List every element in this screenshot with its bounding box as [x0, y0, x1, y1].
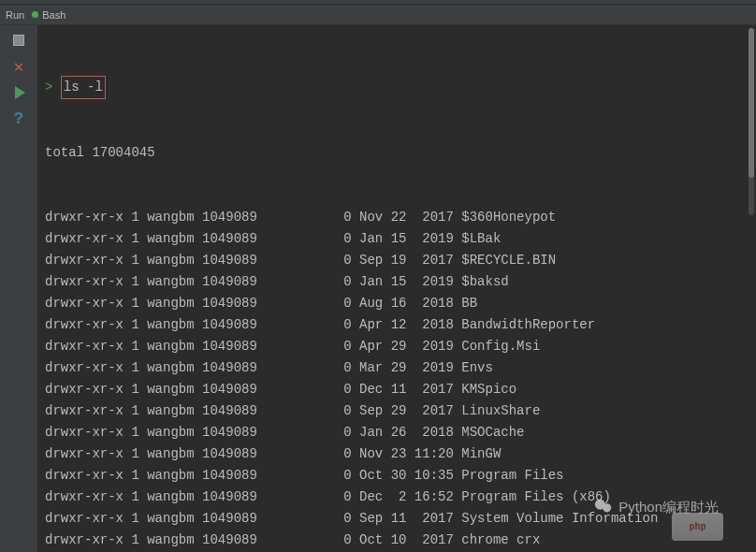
rerun-button[interactable]: [11, 85, 26, 100]
stop-button[interactable]: [11, 33, 26, 48]
close-icon[interactable]: ✕: [11, 59, 26, 74]
listing-row: drwxr-xr-x 1 wangbm 1049089 0 Mar 29 201…: [45, 357, 749, 379]
listing-row: drwxr-xr-x 1 wangbm 1049089 0 Oct 30 10:…: [45, 465, 749, 487]
run-status-dot-icon: [32, 11, 38, 18]
help-icon[interactable]: ?: [11, 111, 26, 126]
listing-row: drwxr-xr-x 1 wangbm 1049089 0 Jan 26 201…: [45, 422, 749, 443]
listing-row: drwxr-xr-x 1 wangbm 1049089 0 Sep 29 201…: [45, 400, 749, 422]
corner-badge: php: [672, 513, 723, 541]
tab-bash[interactable]: Bash: [32, 9, 65, 21]
toolbar-gutter: ✕ ?: [0, 25, 37, 552]
tab-bash-label: Bash: [42, 9, 65, 21]
listing-row: drwxr-xr-x 1 wangbm 1049089 0 Apr 12 201…: [45, 314, 749, 336]
listing-row: drwxr-xr-x 1 wangbm 1049089 0 Sep 19 201…: [45, 250, 749, 271]
wechat-icon: [593, 496, 614, 519]
tab-bar: Run Bash: [0, 5, 756, 25]
listing-row: drwxr-xr-x 1 wangbm 1049089 0 Nov 23 11:…: [45, 443, 749, 465]
terminal-output[interactable]: > ls -l total 17004045 drwxr-xr-x 1 wang…: [37, 25, 756, 552]
listing-row: drwxr-xr-x 1 wangbm 1049089 0 Apr 29 201…: [45, 336, 749, 357]
listing-row: drwxr-xr-x 1 wangbm 1049089 0 Oct 10 201…: [45, 530, 749, 551]
listing-row: drwxr-xr-x 1 wangbm 1049089 0 Jan 15 201…: [45, 228, 749, 250]
listing-row: drwxr-xr-x 1 wangbm 1049089 0 Nov 22 201…: [45, 207, 749, 228]
listing-row: drwxr-xr-x 1 wangbm 1049089 0 Dec 11 201…: [45, 379, 749, 400]
scrollbar-thumb[interactable]: [749, 28, 754, 178]
command-ls: ls -l: [61, 76, 106, 99]
svg-point-1: [603, 503, 611, 512]
tab-run[interactable]: Run: [6, 9, 24, 21]
listing-row: drwxr-xr-x 1 wangbm 1049089 0 Jan 15 201…: [45, 271, 749, 293]
listing-row: drwxr-xr-x 1 wangbm 1049089 0 Aug 16 201…: [45, 293, 749, 314]
total-line: total 17004045: [45, 142, 749, 164]
